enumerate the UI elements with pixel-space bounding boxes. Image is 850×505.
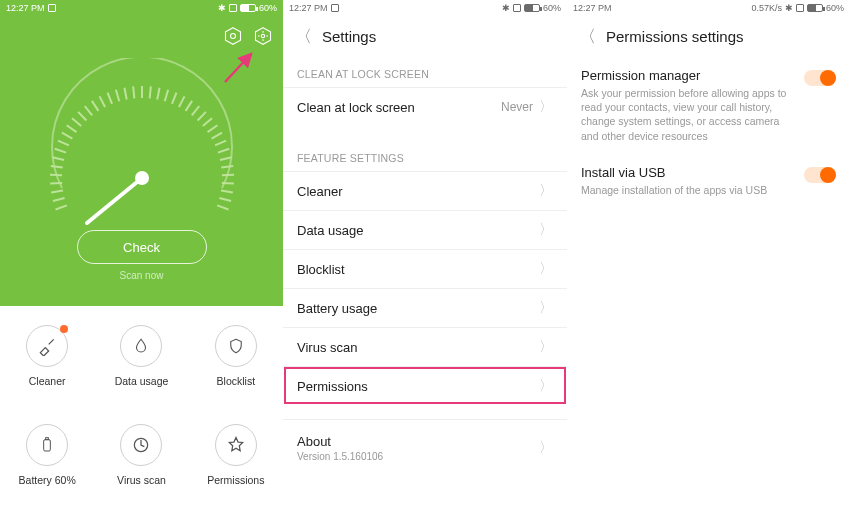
page-title: Settings [322,28,376,45]
chevron-right-icon: 〉 [539,98,553,116]
setting-install-usb: Install via USBManage installation of th… [567,153,850,207]
back-icon[interactable]: 〈 [579,25,596,48]
section-title: FEATURE SETTINGS [283,140,567,171]
svg-line-11 [54,149,65,153]
notification-dot [60,325,68,333]
svg-line-17 [84,106,91,115]
tile-label: Permissions [207,474,264,486]
back-icon[interactable]: 〈 [295,25,312,48]
svg-line-5 [52,198,64,201]
brush-icon [26,325,68,367]
toggle-install-usb[interactable] [804,167,836,183]
toggle-perm-mgr[interactable] [804,70,836,86]
row-blocklist[interactable]: Blocklist〉 [283,249,567,288]
gear-icon[interactable] [253,26,273,46]
svg-rect-48 [44,440,51,451]
svg-line-19 [99,96,105,107]
svg-line-10 [52,157,64,160]
row-label: Cleaner [297,184,343,199]
svg-line-39 [221,166,233,168]
tile-cleaner[interactable]: Cleaner [0,306,94,406]
check-button-label: Check [123,240,160,255]
svg-line-12 [57,141,68,146]
bluetooth-icon: ✱ [785,3,793,13]
row-permissions[interactable]: Permissions〉 [283,366,567,405]
row-label: Virus scan [297,340,357,355]
svg-marker-2 [256,28,271,45]
svg-marker-0 [226,28,241,45]
check-button[interactable]: Check [77,230,207,264]
tile-battery[interactable]: Battery 60% [0,406,94,506]
status-battery-pct: 60% [259,3,277,13]
row-about[interactable]: AboutVersion 1.5.160106〉 [283,419,567,475]
status-time: 12:27 PM [6,3,45,13]
svg-line-43 [219,198,231,201]
svg-line-9 [50,166,62,168]
chevron-right-icon: 〉 [539,221,553,239]
bluetooth-icon: ✱ [218,3,226,13]
tile-blocklist[interactable]: Blocklist [189,306,283,406]
battery-icon [26,424,68,466]
chevron-right-icon: 〉 [539,439,553,457]
chevron-right-icon: 〉 [539,338,553,356]
row-label: Blocklist [297,262,345,277]
setting-title: Permission manager [581,68,791,83]
tile-data-usage[interactable]: Data usage [94,306,188,406]
status-bar: 12:27 PM 0.57K/s ✱ 60% [567,0,850,16]
svg-point-3 [261,34,264,37]
tile-label: Virus scan [117,474,166,486]
section-title: CLEAN AT LOCK SCREEN [283,56,567,87]
row-label: Battery usage [297,301,377,316]
chevron-right-icon: 〉 [539,377,553,395]
header: 〈 Permissions settings [567,16,850,56]
security-dashboard: Check Scan now [0,16,283,306]
status-sq-icon [796,4,804,12]
svg-line-37 [217,149,228,153]
svg-line-26 [157,88,159,100]
settings-screen: 12:27 PM ✱ 60% 〈 Settings CLEAN AT LOCK … [283,0,567,505]
svg-line-42 [221,191,233,193]
row-value: Never [501,100,533,114]
svg-line-20 [107,93,111,104]
permissions-settings-screen: 12:27 PM 0.57K/s ✱ 60% 〈 Permissions set… [567,0,850,505]
row-label: About [297,434,383,449]
svg-line-32 [197,112,205,121]
scan-now-label[interactable]: Scan now [120,270,164,281]
svg-line-25 [149,86,150,98]
permissions-body: Permission managerAsk your permission be… [567,56,850,207]
settings-body: CLEAN AT LOCK SCREENClean at lock screen… [283,56,567,475]
status-battery-pct: 60% [543,3,561,13]
tile-label: Data usage [115,375,169,387]
row-data-usage[interactable]: Data usage〉 [283,210,567,249]
svg-line-23 [133,86,134,98]
row-clean-lock[interactable]: Clean at lock screenNever〉 [283,87,567,126]
tile-permissions[interactable]: Permissions [189,406,283,506]
battery-icon [807,4,823,12]
row-cleaner[interactable]: Cleaner〉 [283,171,567,210]
svg-line-28 [171,93,175,104]
svg-line-27 [164,90,167,102]
status-sq-icon [513,4,521,12]
svg-line-21 [115,90,118,102]
row-battery-usage[interactable]: Battery usage〉 [283,288,567,327]
scan-icon [120,424,162,466]
svg-line-16 [78,112,86,121]
row-virus-scan[interactable]: Virus scan〉 [283,327,567,366]
svg-line-33 [202,118,211,126]
svg-line-30 [185,101,192,111]
svg-line-14 [66,125,76,132]
svg-line-29 [178,96,184,107]
svg-line-22 [124,88,126,100]
shield-icon [215,325,257,367]
svg-line-38 [219,157,231,160]
svg-point-1 [231,34,236,39]
svg-line-41 [221,183,233,184]
battery-icon [240,4,256,12]
status-bar: 12:27 PM ✱ 60% [0,0,283,16]
row-label: Data usage [297,223,364,238]
row-sublabel: Version 1.5.160106 [297,451,383,462]
status-battery-pct: 60% [826,3,844,13]
status-time: 12:27 PM [573,3,612,13]
tile-virus-scan[interactable]: Virus scan [94,406,188,506]
shield-outline-icon[interactable] [223,26,243,46]
